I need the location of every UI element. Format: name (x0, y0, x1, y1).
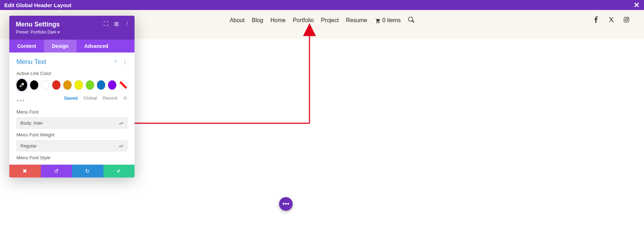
close-icon[interactable]: ✕ (634, 1, 640, 9)
active-link-color-label: Active Link Color (16, 71, 127, 76)
fab-button[interactable]: ••• (279, 197, 293, 211)
instagram-icon[interactable] (623, 16, 630, 24)
nav-item-blog[interactable]: Blog (252, 17, 263, 24)
cancel-button[interactable]: ✖ (9, 165, 41, 178)
settings-panel: Menu Settings Preset: Portfolio Dark ▾ ⛶… (9, 16, 135, 178)
nav-item-resume[interactable]: Resume (346, 17, 367, 24)
menu-font-label: Menu Font (16, 109, 127, 115)
section-kebab-icon[interactable]: ⋮ (122, 59, 127, 65)
color-swatches (16, 79, 127, 91)
search-icon[interactable] (408, 16, 414, 24)
x-icon[interactable] (608, 16, 615, 24)
menu-font-style-label: Menu Font Style (16, 155, 127, 160)
main-nav: About Blog Home Portfolio Project Resume… (230, 16, 414, 24)
palette-tab-saved[interactable]: Saved (64, 95, 78, 101)
tab-design[interactable]: Design (44, 40, 77, 52)
facebook-icon[interactable] (593, 16, 600, 24)
social-icons (593, 16, 630, 24)
nav-item-about[interactable]: About (230, 17, 245, 24)
panel-tabs: Content Design Advanced (9, 40, 135, 52)
menu-font-weight-value: Regular (20, 143, 37, 149)
cart-icon (375, 18, 380, 23)
kebab-icon[interactable]: ⋮ (125, 21, 130, 26)
palette-tab-recent[interactable]: Recent (103, 95, 117, 101)
grid-icon[interactable]: ▥ (114, 21, 119, 26)
collapse-icon[interactable]: ＾ (113, 59, 118, 65)
swatch-white[interactable] (41, 80, 49, 90)
swatch-none[interactable] (119, 80, 127, 90)
chevron-updown-icon: ▴▾ (119, 144, 123, 148)
svg-point-1 (625, 19, 628, 21)
tab-advanced[interactable]: Advanced (77, 40, 116, 52)
top-bar-title: Edit Global Header Layout (4, 2, 72, 8)
cart-label: 0 items (382, 17, 401, 24)
panel-body: Menu Text ＾ ⋮ Active Link Color ••• Sa (9, 52, 135, 165)
chevron-updown-icon: ▴▾ (119, 121, 123, 125)
panel-header: Menu Settings Preset: Portfolio Dark ▾ ⛶… (9, 16, 135, 40)
nav-item-home[interactable]: Home (270, 17, 286, 24)
top-bar: Edit Global Header Layout ✕ (0, 0, 644, 10)
panel-preset[interactable]: Preset: Portfolio Dark ▾ (16, 30, 128, 35)
palette-tab-global[interactable]: Global (83, 95, 97, 101)
menu-font-value: Body: Inter (20, 120, 43, 126)
swatch-blue[interactable] (97, 80, 105, 90)
redo-button[interactable]: ↻ (72, 165, 103, 178)
nav-item-portfolio[interactable]: Portfolio (293, 17, 314, 24)
menu-font-weight-label: Menu Font Weight (16, 132, 127, 138)
palette-tabs: Saved Global Recent ⚙ (64, 95, 127, 101)
panel-footer: ✖ ↺ ↻ ✔ (9, 165, 135, 178)
swatch-green[interactable] (86, 80, 94, 90)
tab-content[interactable]: Content (9, 40, 44, 52)
swatch-orange[interactable] (63, 80, 72, 90)
expand-icon[interactable]: ⛶ (103, 21, 108, 26)
menu-font-weight-select[interactable]: Regular ▴▾ (16, 140, 127, 151)
section-title[interactable]: Menu Text (16, 58, 46, 66)
undo-button[interactable]: ↺ (41, 165, 72, 178)
save-button[interactable]: ✔ (103, 165, 135, 178)
swatch-red[interactable] (52, 80, 60, 90)
swatch-eyedropper[interactable] (16, 79, 27, 91)
gear-icon[interactable]: ⚙ (123, 95, 127, 101)
swatch-black[interactable] (30, 80, 38, 90)
svg-point-2 (628, 18, 628, 19)
swatch-yellow[interactable] (74, 80, 83, 90)
menu-font-select[interactable]: Body: Inter ▴▾ (16, 118, 127, 129)
nav-item-project[interactable]: Project (321, 17, 339, 24)
swatch-purple[interactable] (108, 80, 116, 90)
more-dots-icon[interactable]: ••• (16, 97, 25, 105)
nav-cart[interactable]: 0 items (375, 17, 401, 24)
